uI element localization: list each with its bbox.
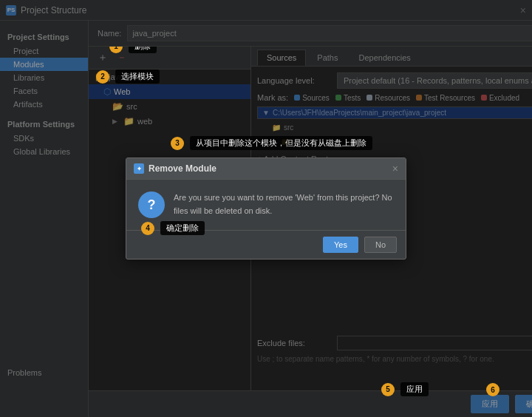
annotation-4-label: 确定删除 (160, 221, 205, 235)
annotation-5-label: 应用 (400, 382, 429, 396)
annotation-4: 4 确定删除 (141, 221, 205, 235)
modal-footer: 4 确定删除 Yes No (126, 230, 406, 259)
question-icon: ? (138, 191, 165, 218)
modal-title: Remove Module (149, 163, 392, 174)
yes-button[interactable]: Yes (323, 237, 358, 253)
no-button[interactable]: No (364, 237, 397, 253)
modal-title-bar: ✦ Remove Module × (126, 158, 406, 180)
annotation-1: 1 删除 (109, 47, 157, 53)
modal-overlay: 3 从项目中删除这个模块，但是没有从磁盘上删除 ✦ Remove Module … (0, 0, 532, 417)
remove-module-dialog: 3 从项目中删除这个模块，但是没有从磁盘上删除 ✦ Remove Module … (126, 157, 406, 260)
modal-close-button[interactable]: × (392, 163, 398, 174)
annotation-3: 3 从项目中删除这个模块，但是没有从磁盘上删除 (171, 136, 372, 150)
annotation-6: 6 (486, 383, 502, 396)
annotation-1-label: 删除 (129, 47, 157, 53)
annotation-5: 5 应用 (381, 382, 429, 396)
annotation-2-label: 选择模块 (115, 70, 160, 84)
modal-message: Are you sure you want to remove 'Web' fr… (174, 191, 394, 217)
annotation-2: 2 选择模块 (96, 70, 160, 84)
annotation-3-label: 从项目中删除这个模块，但是没有从磁盘上删除 (190, 136, 372, 150)
modal-icon: ✦ (134, 163, 144, 174)
